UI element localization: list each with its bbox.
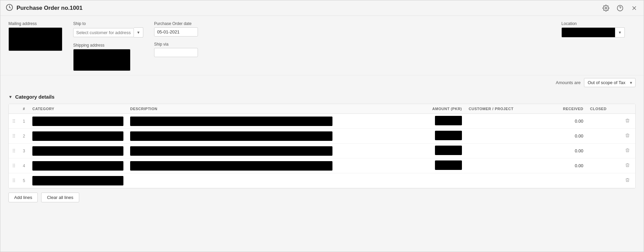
delete-row-button[interactable]: [624, 177, 631, 184]
ship-via-input[interactable]: [154, 48, 198, 57]
row-num: 4: [19, 158, 29, 173]
location-group: Location ▼: [561, 21, 625, 37]
delete-row-button[interactable]: [624, 132, 631, 140]
chevron-down-icon: ▼: [618, 30, 622, 34]
row-closed: [587, 129, 620, 144]
location-dropdown-btn[interactable]: ▼: [615, 27, 625, 37]
page-title: Purchase Order no.1001: [17, 5, 83, 11]
row-description[interactable]: [127, 144, 425, 158]
row-received: [553, 173, 587, 188]
ship-to-label: Ship to: [73, 21, 143, 26]
row-num: 5: [19, 173, 29, 188]
ship-to-input[interactable]: [73, 28, 134, 37]
row-description[interactable]: [127, 158, 425, 173]
col-drag: [9, 104, 19, 114]
table-row: ⠿ 3 0.00: [9, 144, 635, 158]
table-row: ⠿ 2 0.00: [9, 129, 635, 144]
ship-to-group: Ship to ▼ Shipping address: [73, 21, 143, 71]
drag-handle[interactable]: ⠿: [9, 114, 19, 129]
table-row: ⠿ 1 0.00: [9, 114, 635, 129]
row-num: 1: [19, 114, 29, 129]
location-value: [561, 27, 615, 37]
title-bar-right: [602, 4, 638, 12]
category-section: ▼ Category details # CATEGORY DESCRIPTIO…: [0, 90, 644, 188]
col-customer-header: CUSTOMER / PROJECT: [465, 104, 553, 114]
row-action: [620, 114, 635, 129]
title-bar-left: Purchase Order no.1001: [6, 4, 83, 12]
purchase-order-icon: [6, 4, 13, 12]
row-action: [620, 173, 635, 188]
row-num: 2: [19, 129, 29, 144]
location-select-wrap: ▼: [561, 27, 625, 37]
row-action: [620, 129, 635, 144]
amounts-row: Amounts are Out of scope of Tax Tax Incl…: [0, 75, 644, 90]
row-closed: [587, 173, 620, 188]
row-amount[interactable]: [425, 114, 465, 129]
drag-handle[interactable]: ⠿: [9, 129, 19, 144]
row-description[interactable]: [127, 114, 425, 129]
col-description-header: DESCRIPTION: [127, 104, 425, 114]
row-closed: [587, 158, 620, 173]
settings-button[interactable]: [602, 4, 610, 12]
row-received: 0.00: [553, 158, 587, 173]
row-received: 0.00: [553, 129, 587, 144]
table-row: ⠿ 4 0.00: [9, 158, 635, 173]
purchase-order-date-label: Purchase Order date: [154, 21, 198, 26]
clear-lines-button[interactable]: Clear all lines: [41, 193, 79, 202]
row-category[interactable]: [29, 144, 127, 158]
col-amount-header: AMOUNT (PKR): [425, 104, 465, 114]
drag-handle[interactable]: ⠿: [9, 173, 19, 188]
mailing-address-group: Mailing address: [8, 21, 62, 51]
col-num: #: [19, 104, 29, 114]
row-amount[interactable]: [425, 129, 465, 144]
category-table-wrap: # CATEGORY DESCRIPTION AMOUNT (PKR) CUST…: [8, 104, 636, 188]
row-category[interactable]: [29, 114, 127, 129]
title-bar: Purchase Order no.1001: [0, 0, 644, 16]
ship-via-label: Ship via: [154, 42, 198, 47]
form-section: Mailing address Ship to ▼ Shipping addre…: [0, 16, 644, 71]
row-customer[interactable]: [465, 114, 553, 129]
ship-to-dropdown-btn[interactable]: ▼: [134, 27, 143, 37]
category-section-title: Category details: [15, 94, 55, 100]
amounts-select[interactable]: Out of scope of Tax Tax Inclusive Tax Ex…: [584, 78, 636, 87]
row-customer[interactable]: [465, 129, 553, 144]
col-category-header: CATEGORY: [29, 104, 127, 114]
row-description[interactable]: [127, 173, 425, 188]
category-table: # CATEGORY DESCRIPTION AMOUNT (PKR) CUST…: [9, 104, 635, 188]
row-customer[interactable]: [465, 158, 553, 173]
row-customer[interactable]: [465, 144, 553, 158]
row-closed: [587, 114, 620, 129]
row-received: 0.00: [553, 114, 587, 129]
ship-to-select-wrap: ▼: [73, 27, 143, 37]
table-header-row: # CATEGORY DESCRIPTION AMOUNT (PKR) CUST…: [9, 104, 635, 114]
mailing-address-box: [8, 27, 62, 51]
location-label: Location: [561, 21, 625, 26]
delete-row-button[interactable]: [624, 118, 631, 125]
row-amount[interactable]: [425, 158, 465, 173]
shipping-address-box: [73, 49, 130, 71]
row-action: [620, 144, 635, 158]
delete-row-button[interactable]: [624, 162, 631, 169]
chevron-down-icon: ▼: [137, 30, 140, 34]
purchase-order-date-input[interactable]: [154, 27, 198, 36]
row-category[interactable]: [29, 173, 127, 188]
row-num: 3: [19, 144, 29, 158]
help-button[interactable]: [616, 4, 624, 12]
drag-handle[interactable]: ⠿: [9, 158, 19, 173]
row-category[interactable]: [29, 129, 127, 144]
row-customer[interactable]: [465, 173, 553, 188]
close-button[interactable]: [630, 4, 638, 12]
drag-handle[interactable]: ⠿: [9, 144, 19, 158]
row-description[interactable]: [127, 129, 425, 144]
add-lines-button[interactable]: Add lines: [8, 193, 38, 202]
col-closed-header: CLOSED: [587, 104, 620, 114]
col-received-header: RECEIVED: [553, 104, 587, 114]
row-amount[interactable]: [425, 144, 465, 158]
collapse-triangle-icon: ▼: [8, 95, 12, 99]
mailing-address-label: Mailing address: [8, 21, 62, 26]
shipping-address-label: Shipping address: [73, 43, 143, 48]
row-category[interactable]: [29, 158, 127, 173]
category-section-header[interactable]: ▼ Category details: [8, 91, 636, 102]
delete-row-button[interactable]: [624, 147, 631, 154]
row-amount[interactable]: [425, 173, 465, 188]
